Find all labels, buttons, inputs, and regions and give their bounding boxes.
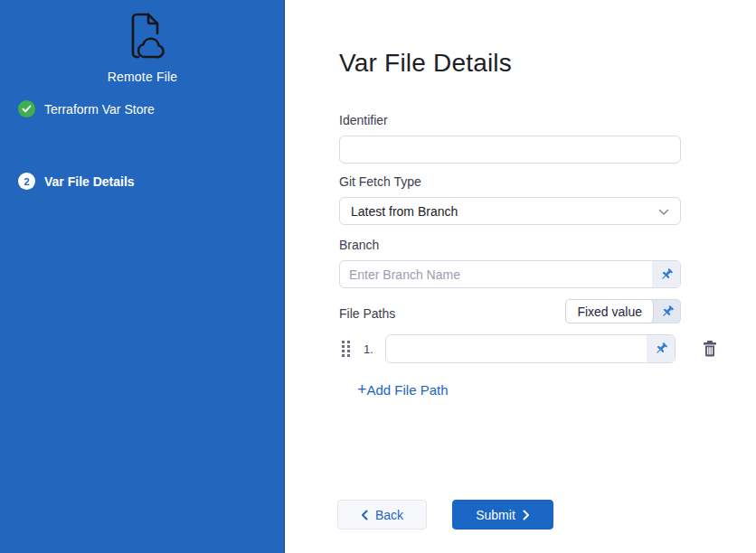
remote-file-icon: [120, 12, 165, 64]
add-file-path-button[interactable]: + Add File Path: [357, 381, 449, 398]
identifier-input[interactable]: [339, 136, 681, 164]
file-paths-label: File Paths: [339, 302, 395, 321]
branch-pin-button[interactable]: [652, 261, 680, 287]
chevron-right-icon: [523, 510, 530, 520]
wizard-brand: Remote File: [0, 12, 285, 84]
file-paths-pin-toggle[interactable]: [650, 299, 681, 323]
chevron-left-icon: [361, 510, 368, 520]
sidebar-step-terraform-var-store[interactable]: Terraform Var Store: [18, 100, 267, 117]
git-fetch-type-group: Git Fetch Type Latest from Branch: [339, 174, 681, 225]
identifier-group: Identifier: [339, 113, 681, 164]
step-label: Var File Details: [44, 174, 135, 189]
step-label: Terraform Var Store: [44, 102, 155, 117]
pin-icon: [659, 267, 674, 282]
drag-handle-icon[interactable]: [342, 341, 351, 357]
plus-icon: +: [357, 381, 367, 398]
delete-file-path-button[interactable]: [703, 341, 717, 357]
step-complete-check-icon: [18, 100, 35, 117]
var-file-wizard: Remote File Terraform Var Store 2 Var Fi…: [0, 0, 756, 553]
file-paths-group: File Paths Fixed value: [339, 299, 723, 363]
sidebar-step-var-file-details[interactable]: 2 Var File Details: [18, 173, 267, 190]
back-button[interactable]: Back: [337, 500, 427, 530]
git-fetch-type-label: Git Fetch Type: [339, 174, 681, 189]
file-path-row-index: 1.: [364, 342, 382, 356]
branch-label: Branch: [339, 238, 681, 252]
chevron-down-icon: [658, 203, 669, 220]
fixed-value-label: Fixed value: [565, 299, 654, 323]
var-file-details-panel: Var File Details Identifier Git Fetch Ty…: [285, 0, 756, 553]
file-path-pin-button[interactable]: [647, 335, 675, 362]
wizard-brand-title: Remote File: [0, 70, 285, 84]
branch-input[interactable]: [339, 260, 681, 288]
wizard-footer: Back Submit: [337, 500, 553, 530]
trash-icon: [703, 341, 717, 357]
step-number-badge: 2: [18, 173, 35, 190]
submit-button[interactable]: Submit: [452, 500, 553, 530]
pin-icon: [654, 342, 668, 356]
git-fetch-type-select[interactable]: Latest from Branch: [339, 197, 681, 225]
file-path-row: 1.: [339, 334, 723, 363]
git-fetch-type-value: Latest from Branch: [351, 204, 458, 219]
identifier-label: Identifier: [339, 113, 681, 127]
wizard-sidebar: Remote File Terraform Var Store 2 Var Fi…: [0, 0, 285, 553]
branch-group: Branch: [339, 238, 681, 288]
page-title: Var File Details: [339, 49, 512, 78]
file-paths-value-type-button[interactable]: Fixed value: [565, 299, 681, 323]
file-path-input[interactable]: [385, 334, 676, 363]
pin-icon: [660, 305, 675, 319]
